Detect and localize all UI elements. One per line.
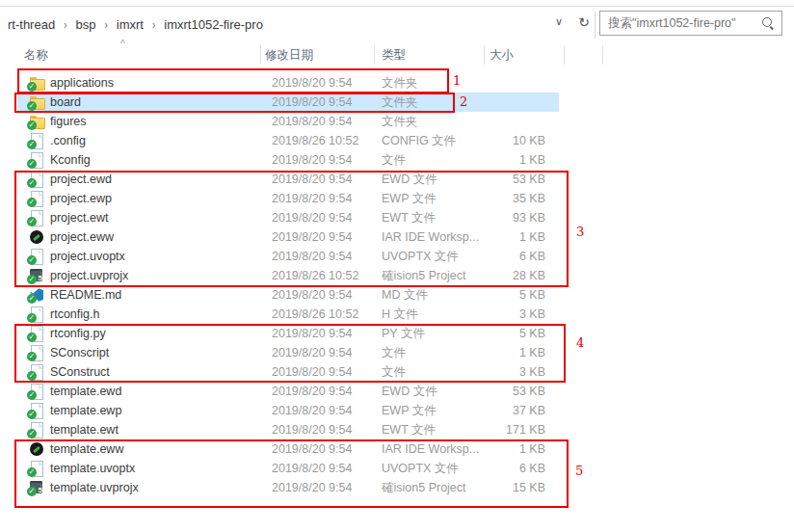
- search-box[interactable]: [599, 11, 782, 36]
- file-row[interactable]: project.uvprojx 2019/8/26 10:52 確ision5 …: [17, 266, 559, 285]
- vcs-check-badge: [27, 332, 37, 342]
- file-name: board: [50, 95, 272, 109]
- document-icon: [29, 384, 44, 399]
- file-row[interactable]: applications 2019/8/20 9:54 文件夹: [17, 73, 559, 93]
- file-row[interactable]: Kconfig 2019/8/20 9:54 文件 1 KB: [17, 150, 559, 170]
- file-row[interactable]: template.ewt 2019/8/20 9:54 EWT 文件 171 K…: [17, 420, 559, 439]
- file-row[interactable]: template.ewd 2019/8/20 9:54 EWD 文件 53 KB: [17, 382, 559, 401]
- file-type: EWT 文件: [382, 210, 487, 226]
- breadcrumb-separator-icon: ›: [152, 17, 155, 30]
- vcs-check-badge: [27, 313, 37, 323]
- file-row[interactable]: rtconfig.py 2019/8/20 9:54 PY 文件 5 KB: [17, 324, 559, 343]
- file-date-modified: 2019/8/20 9:54: [272, 211, 382, 225]
- file-row[interactable]: project.ewt 2019/8/20 9:54 EWT 文件 93 KB: [17, 208, 559, 227]
- column-divider[interactable]: [260, 45, 261, 65]
- file-row[interactable]: project.ewd 2019/8/20 9:54 EWD 文件 53 KB: [17, 170, 559, 189]
- document-icon: [29, 422, 44, 438]
- search-icon[interactable]: [760, 15, 776, 31]
- vcs-check-badge: [27, 429, 37, 439]
- file-row[interactable]: template.uvoptx 2019/8/20 9:54 UVOPTX 文件…: [17, 459, 559, 478]
- file-name: template.uvprojx: [50, 481, 272, 494]
- file-name: project.ewp: [50, 192, 272, 205]
- address-history-chevron-down-icon[interactable]: ∨: [555, 15, 563, 28]
- keil-uvision-icon: [29, 268, 44, 283]
- refresh-icon[interactable]: ↻: [578, 14, 590, 30]
- file-row[interactable]: board 2019/8/20 9:54 文件夹: [17, 93, 559, 112]
- file-type: EWP 文件: [382, 403, 487, 419]
- vcs-check-badge: [27, 120, 37, 130]
- file-type: MD 文件: [382, 287, 487, 304]
- column-divider[interactable]: [602, 45, 603, 65]
- column-header-name[interactable]: 名称: [24, 47, 48, 64]
- folder-icon: [29, 75, 44, 91]
- file-size: 5 KB: [487, 327, 552, 340]
- breadcrumb-item-bsp[interactable]: bsp: [75, 17, 95, 32]
- file-name: template.uvoptx: [50, 462, 272, 475]
- file-type: 文件: [382, 345, 487, 361]
- column-header-type[interactable]: 类型: [382, 47, 406, 64]
- file-row[interactable]: project.eww 2019/8/20 9:54 IAR IDE Works…: [17, 227, 559, 247]
- file-date-modified: 2019/8/26 10:52: [272, 134, 382, 147]
- file-type: PY 文件: [382, 326, 487, 342]
- file-type: IAR IDE Worksp...: [382, 442, 487, 456]
- file-row[interactable]: SConscript 2019/8/20 9:54 文件 1 KB: [17, 343, 559, 362]
- file-row[interactable]: project.uvoptx 2019/8/20 9:54 UVOPTX 文件 …: [17, 247, 559, 266]
- file-size: 1 KB: [487, 346, 552, 359]
- file-date-modified: 2019/8/26 10:52: [272, 269, 382, 282]
- file-row[interactable]: .config 2019/8/26 10:52 CONFIG 文件 10 KB: [17, 131, 559, 150]
- file-type: IAR IDE Worksp...: [382, 230, 487, 244]
- iar-workbench-icon: [29, 229, 44, 245]
- column-divider[interactable]: [374, 45, 375, 65]
- file-size: 1 KB: [487, 442, 552, 456]
- file-name: template.ewp: [50, 404, 272, 417]
- sort-ascending-icon: ^: [120, 39, 125, 49]
- document-icon: [29, 133, 44, 148]
- file-row[interactable]: figures 2019/8/20 9:54 文件夹: [17, 112, 559, 131]
- folder-icon: [29, 94, 44, 110]
- vcs-check-badge: [27, 410, 37, 419]
- breadcrumb-item-imxrt[interactable]: imxrt: [117, 17, 144, 32]
- annotation-label-4: 4: [576, 335, 584, 350]
- file-date-modified: 2019/8/20 9:54: [272, 192, 382, 205]
- file-type: EWD 文件: [382, 384, 487, 400]
- breadcrumb: rt-thread › bsp › imxrt › imxrt1052-fire…: [8, 7, 263, 41]
- file-row[interactable]: template.eww 2019/8/20 9:54 IAR IDE Work…: [17, 439, 559, 459]
- file-date-modified: 2019/8/20 9:54: [272, 327, 382, 340]
- column-header-date-modified[interactable]: 修改日期: [265, 47, 313, 64]
- file-size: 1 KB: [487, 230, 552, 244]
- file-row[interactable]: project.ewp 2019/8/20 9:54 EWP 文件 35 KB: [17, 189, 559, 208]
- file-date-modified: 2019/8/20 9:54: [272, 76, 382, 90]
- keil-uvision-icon: [29, 480, 44, 495]
- search-input[interactable]: [600, 16, 760, 30]
- file-name: figures: [50, 115, 272, 128]
- file-type: EWP 文件: [382, 191, 487, 207]
- breadcrumb-item-rt-thread[interactable]: rt-thread: [8, 17, 55, 32]
- vcs-check-badge: [27, 140, 37, 149]
- column-header-size[interactable]: 大小: [490, 47, 514, 64]
- file-name: rtconfig.py: [50, 327, 272, 340]
- file-row[interactable]: SConstruct 2019/8/20 9:54 文件 3 KB: [17, 362, 559, 382]
- column-divider[interactable]: [564, 45, 565, 65]
- document-icon: [29, 152, 44, 168]
- annotation-label-2: 2: [460, 94, 467, 109]
- column-divider[interactable]: [484, 45, 485, 65]
- file-date-modified: 2019/8/20 9:54: [272, 365, 382, 379]
- vcs-check-badge: [27, 217, 37, 226]
- vcs-check-badge: [27, 82, 37, 92]
- document-icon: [29, 364, 44, 380]
- file-date-modified: 2019/8/20 9:54: [272, 95, 382, 109]
- file-date-modified: 2019/8/26 10:52: [272, 307, 382, 321]
- file-name: .config: [50, 134, 272, 147]
- file-row[interactable]: template.uvprojx 2019/8/20 9:54 確ision5 …: [17, 478, 559, 497]
- document-icon: [29, 306, 44, 322]
- file-row[interactable]: template.ewp 2019/8/20 9:54 EWP 文件 37 KB: [17, 401, 559, 420]
- vcs-check-badge: [27, 467, 37, 477]
- file-type: 確ision5 Project: [382, 480, 487, 496]
- file-row[interactable]: README.md 2019/8/20 9:54 MD 文件 5 KB: [17, 285, 559, 305]
- vcs-check-badge: [27, 371, 37, 381]
- file-name: template.ewt: [50, 423, 272, 437]
- document-icon: [29, 210, 44, 226]
- breadcrumb-item-imxrt1052-fire-pro[interactable]: imxrt1052-fire-pro: [164, 17, 263, 32]
- vcs-check-badge: [27, 255, 37, 265]
- file-row[interactable]: rtconfig.h 2019/8/26 10:52 H 文件 3 KB: [17, 305, 559, 324]
